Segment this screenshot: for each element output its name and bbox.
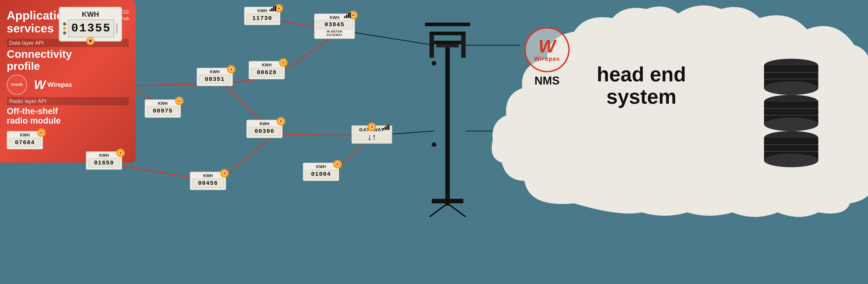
meter-2-inmeter-label: IN METERGATEWAY bbox=[316, 30, 352, 37]
meter-2-display: 03845 bbox=[316, 20, 352, 29]
gateway-signal bbox=[383, 125, 390, 130]
meter-7-kwh: KWH bbox=[9, 133, 41, 137]
meter-dots bbox=[63, 22, 66, 35]
svg-rect-31 bbox=[425, 23, 470, 26]
svg-point-52 bbox=[764, 154, 818, 167]
meter-10: KWH 01004 bbox=[303, 163, 339, 181]
svg-line-36 bbox=[430, 203, 447, 217]
svg-rect-21 bbox=[346, 15, 347, 18]
meter-5: KWH 00975 bbox=[145, 99, 181, 118]
nms-label: NMS bbox=[534, 74, 559, 87]
meter-3-kwh: KWH bbox=[251, 63, 283, 68]
meter-3-display: 00628 bbox=[251, 68, 283, 77]
mesh-icon: mesh bbox=[7, 74, 27, 95]
meter-4-display: 08351 bbox=[199, 75, 230, 84]
svg-rect-27 bbox=[388, 125, 390, 130]
svg-rect-32 bbox=[436, 44, 459, 48]
head-end-text: head end system bbox=[597, 63, 686, 108]
svg-rect-22 bbox=[348, 13, 349, 18]
svg-rect-28 bbox=[445, 48, 450, 206]
main-meter-node bbox=[86, 37, 94, 45]
svg-point-38 bbox=[432, 61, 436, 65]
meter-6-display: 00396 bbox=[249, 127, 280, 136]
svg-point-42 bbox=[764, 81, 818, 95]
gateway-arrows: ↓↑ bbox=[354, 132, 390, 141]
main-kwh-label: KWH bbox=[63, 10, 118, 19]
meter-3-node bbox=[279, 58, 287, 67]
main-meter: KWH 01355 bbox=[59, 7, 122, 41]
svg-rect-29 bbox=[434, 41, 461, 44]
meter-1: KWH 11730 bbox=[244, 7, 280, 25]
meter-7: KWH 07684 bbox=[7, 131, 43, 149]
svg-rect-20 bbox=[344, 16, 345, 18]
meter-7-node bbox=[37, 128, 46, 137]
meter-9-display: 00456 bbox=[192, 179, 224, 188]
wirepas-circle: W Wirepas bbox=[524, 27, 569, 72]
svg-line-37 bbox=[447, 203, 466, 217]
svg-rect-17 bbox=[271, 8, 273, 11]
db-svg bbox=[760, 57, 823, 169]
meter-10-display: 01004 bbox=[305, 170, 337, 179]
meter-10-node bbox=[333, 160, 342, 168]
svg-rect-35 bbox=[432, 199, 463, 203]
svg-rect-23 bbox=[349, 13, 351, 18]
meter-9: KWH 00456 bbox=[190, 172, 226, 190]
radio-layer-api: Radio layer API bbox=[7, 97, 129, 105]
meter-8: KWH 01659 bbox=[86, 151, 122, 170]
meter-1-display: 11730 bbox=[246, 14, 278, 23]
gateway-card: GATEWAY ↓↑ bbox=[351, 125, 392, 144]
wirepas-logo-panel: W Wirepas bbox=[34, 77, 72, 92]
meter-1-signal bbox=[270, 6, 276, 11]
meter-8-kwh: KWH bbox=[88, 153, 120, 158]
main-meter-display: 01355 bbox=[68, 20, 114, 37]
svg-rect-34 bbox=[461, 35, 466, 58]
svg-rect-33 bbox=[430, 35, 434, 58]
meter-3: KWH 00628 bbox=[249, 61, 285, 79]
svg-point-39 bbox=[432, 143, 436, 147]
svg-rect-25 bbox=[384, 127, 386, 130]
meter-8-node bbox=[116, 149, 125, 157]
meter-6-kwh: KWH bbox=[249, 122, 280, 126]
meter-5-node bbox=[175, 97, 184, 105]
meter-9-node bbox=[220, 169, 229, 178]
svg-rect-19 bbox=[275, 6, 276, 11]
meter-9-kwh: KWH bbox=[192, 173, 224, 178]
wirepas-v-icon: W bbox=[34, 77, 46, 92]
svg-rect-24 bbox=[383, 128, 384, 130]
svg-rect-16 bbox=[270, 9, 271, 11]
wirepas-name-in-circle: Wirepas bbox=[534, 55, 560, 62]
offshelf-title: Off-the-shelf radio module bbox=[7, 107, 129, 126]
svg-point-47 bbox=[764, 118, 818, 131]
meter-7-display: 07684 bbox=[9, 138, 41, 147]
meter-2-signal bbox=[344, 13, 351, 18]
meter-4-node bbox=[227, 65, 236, 74]
cloud-container: W Wirepas NMS head end system bbox=[484, 0, 868, 221]
database-stack bbox=[760, 57, 823, 170]
meter-5-display: 00975 bbox=[147, 106, 179, 116]
wirepas-text-panel: Wirepas bbox=[48, 81, 72, 88]
antenna-tower bbox=[416, 13, 479, 217]
svg-rect-18 bbox=[273, 7, 274, 11]
svg-rect-30 bbox=[430, 32, 466, 35]
gateway-node bbox=[368, 123, 376, 131]
main-meter-button bbox=[116, 23, 118, 34]
meter-8-display: 01659 bbox=[88, 158, 120, 167]
svg-rect-26 bbox=[386, 125, 388, 130]
wirepas-nms-container: W Wirepas NMS bbox=[524, 27, 569, 87]
meter-5-kwh: KWH bbox=[147, 101, 179, 106]
meter-2-inmeter: KWH 03845 IN METERGATEWAY bbox=[314, 13, 355, 39]
meter-6: KWH 00396 bbox=[246, 120, 283, 138]
meter-6-node bbox=[277, 117, 285, 126]
meter-4: KWH 08351 bbox=[197, 68, 233, 86]
connectivity-title: Connectivity profile bbox=[7, 49, 129, 72]
wirepas-v: W bbox=[538, 37, 556, 55]
meter-10-kwh: KWH bbox=[305, 164, 337, 169]
meter-4-kwh: KWH bbox=[199, 70, 230, 74]
